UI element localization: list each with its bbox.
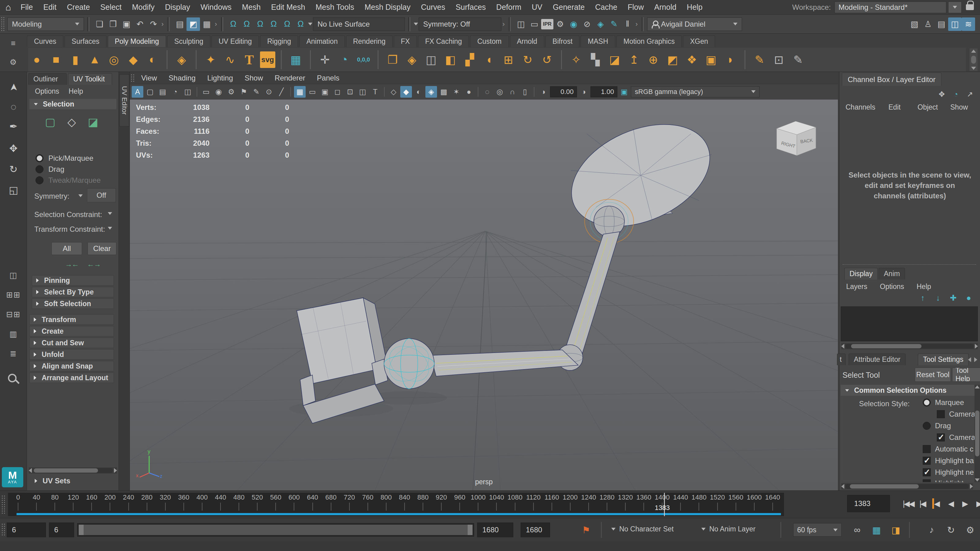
select-hierarchy-icon[interactable]: ▤ [173, 17, 186, 31]
separate-icon[interactable]: ◧ [442, 51, 459, 68]
timeline-tick[interactable]: 1200 [562, 494, 579, 511]
shelf-tab[interactable]: XGen [683, 35, 715, 47]
cb-menu-edit[interactable]: Edit [888, 103, 901, 111]
spin-edge-icon[interactable]: ↻ [519, 51, 536, 68]
time-slider[interactable]: 0408012016020024028032036040044048052056… [0, 491, 980, 518]
menu-item[interactable]: Edit Mesh [266, 3, 310, 12]
poly-torus-icon[interactable]: ◎ [105, 51, 123, 68]
layer-hscrollbar[interactable] [841, 343, 978, 349]
reset-transform-icon[interactable]: ◔ [336, 51, 353, 68]
move-tool[interactable]: ✥ [5, 140, 22, 157]
lights-icon[interactable]: ✶ [450, 86, 462, 98]
live-surface-field[interactable]: No Live Surface [313, 17, 405, 31]
new-layer-icon[interactable]: ✚ [947, 292, 959, 304]
layout-single-icon[interactable]: ▥ [4, 327, 23, 341]
view-cube[interactable]: RIGHT BACK [770, 116, 822, 159]
bevel-icon[interactable]: ◪ [606, 51, 623, 68]
anim-layer-selector[interactable]: No Anim Layer [701, 525, 756, 533]
tool-settings-hscrollbar[interactable] [841, 483, 973, 489]
option-marquee[interactable]: Marquee [923, 398, 964, 407]
anti-alias-icon[interactable]: ∩ [506, 86, 518, 98]
image-stack-icon[interactable]: ◫ [182, 86, 194, 98]
viewport-menu-item[interactable]: Lighting [202, 74, 239, 83]
grease-pencil-icon[interactable]: ✎ [250, 86, 262, 98]
shelf-scrollbar[interactable] [970, 48, 978, 71]
shelf-tab[interactable]: Motion Graphics [616, 35, 682, 47]
save-scene-icon[interactable]: ▣ [120, 17, 133, 31]
menu-item[interactable]: Select [95, 3, 127, 12]
shelf-tab[interactable]: Bifrost [546, 35, 579, 47]
layer-list[interactable] [841, 306, 978, 341]
viewport-menu-item[interactable]: Renderer [269, 74, 311, 83]
timeline-tick[interactable]: 600 [285, 494, 303, 511]
section-pinning[interactable]: Pinning [32, 275, 114, 286]
shelf-icon[interactable] [281, 50, 282, 69]
reset-tool-button[interactable]: Reset Tool [915, 368, 951, 382]
range-start-handle[interactable] [79, 525, 84, 535]
layers-menu[interactable]: Layers [846, 283, 867, 291]
menu-item[interactable]: Windows [196, 3, 237, 12]
fps-selector[interactable]: 60 fps [793, 523, 842, 537]
viewport-menu-item[interactable]: View [135, 74, 163, 83]
timeline-tick[interactable]: 800 [377, 494, 395, 511]
exposure-panel-icon[interactable]: ▯ [519, 86, 531, 98]
timeline-tick[interactable]: 1600 [745, 494, 763, 511]
uv-marquee-select-icon[interactable]: ▢ [41, 114, 59, 131]
multi-cut-icon[interactable]: ⊡ [770, 51, 788, 68]
timeline-tick[interactable]: 40 [27, 494, 45, 511]
menu-item[interactable]: Edit [38, 3, 62, 12]
occlusion-icon[interactable]: ◌ [481, 86, 493, 98]
tab-scroll-left-icon[interactable] [968, 357, 971, 362]
section-uv-sets[interactable]: UV Sets [34, 476, 70, 485]
resolution-gate-icon[interactable]: ▭ [307, 86, 318, 98]
attribute-editor-toggle-icon[interactable]: ≋ [962, 17, 975, 31]
uv-object-select-icon[interactable]: ◪ [84, 114, 102, 131]
text-hud-icon[interactable]: T [369, 86, 381, 98]
timeline-tick[interactable]: 1480 [690, 494, 708, 511]
tab-attribute-editor[interactable]: Attribute Editor [849, 354, 905, 365]
menu-set-selector[interactable]: Modeling [7, 17, 84, 31]
shelf-icon[interactable] [561, 50, 562, 69]
workspace-selector[interactable]: Modeling - Standard* [835, 2, 946, 13]
menu-item[interactable]: Curves [415, 3, 450, 12]
timeline-tick[interactable]: 1080 [506, 494, 524, 511]
poly-disc-icon[interactable]: ◐ [144, 51, 161, 68]
symmetry-field[interactable]: Symmetry: Off [418, 17, 501, 31]
option-camera-2[interactable]: Camera [937, 433, 975, 442]
camera-select-icon[interactable]: A [132, 86, 143, 98]
menu-item[interactable]: Generate [547, 3, 590, 12]
step-forward-key-button[interactable]: ▶ [973, 495, 980, 511]
scale-tool[interactable]: ◱ [5, 181, 22, 198]
camera-icon[interactable]: ▭ [200, 86, 212, 98]
timeline-tick[interactable]: 320 [156, 494, 174, 511]
home-icon[interactable]: ⌂ [0, 2, 15, 13]
timeline-tick[interactable]: 1000 [469, 494, 487, 511]
flat-shade-icon[interactable]: ◐ [413, 86, 425, 98]
playback-start-field[interactable]: 6 [49, 522, 74, 537]
animation-start-field[interactable]: 6 [7, 522, 46, 537]
menu-item[interactable]: Mesh [237, 3, 266, 12]
smooth-shade-icon[interactable]: ◆ [400, 86, 412, 98]
tab-anim[interactable]: Anim [879, 268, 905, 279]
timeline-tick[interactable]: 520 [248, 494, 266, 511]
zoom-select-icon[interactable]: ⊙ [263, 86, 275, 98]
timeline-tick[interactable]: 1560 [727, 494, 745, 511]
light-editor-icon[interactable]: ◈ [594, 17, 607, 31]
shelf-icon[interactable] [378, 50, 379, 69]
menu-item[interactable]: Cache [590, 3, 622, 12]
timeline-tick[interactable]: 640 [304, 494, 321, 511]
speedometer-icon[interactable]: ◔ [950, 89, 962, 100]
user-account-selector[interactable]: Avigail Daniel [647, 17, 742, 31]
viewport-menu-item[interactable]: Panels [311, 74, 345, 83]
camera-lock-icon[interactable]: ◉ [213, 86, 224, 98]
snap-plane-icon[interactable]: Ω [280, 17, 294, 31]
drag-handle[interactable] [1, 16, 5, 32]
safe-title-icon[interactable]: ◫ [357, 86, 368, 98]
lattice-icon[interactable]: ▣ [703, 51, 720, 68]
timeline-tick[interactable]: 360 [175, 494, 192, 511]
timeline-tick[interactable]: 1240 [580, 494, 598, 511]
playback-end-field[interactable]: 1680 [477, 522, 513, 537]
lasso-tool[interactable]: ◌ [5, 98, 22, 115]
snap-point-icon[interactable]: Ω [254, 17, 267, 31]
menu-item[interactable]: File [15, 3, 38, 12]
